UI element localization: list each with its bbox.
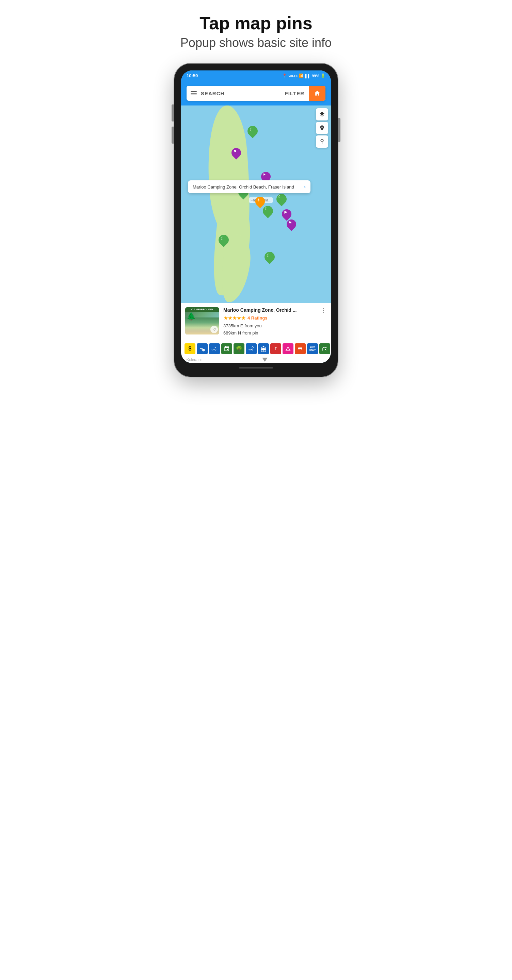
locate-button[interactable] — [316, 122, 328, 134]
ratings-count[interactable]: 4 Ratings — [247, 315, 268, 321]
phone-frame: 10:59 📍 VoLTE 📶 ▌▌ 99% 🔋 SEARCH FILT — [174, 64, 338, 377]
tree-icon: 🌲 — [187, 312, 196, 321]
nav-down-arrow — [262, 358, 268, 362]
map-controls — [316, 108, 328, 148]
map-pin-green-6[interactable]: ☾ — [265, 252, 275, 264]
search-pin-button[interactable] — [316, 135, 328, 148]
map-tooltip[interactable]: Marloo Camping Zone, Orchid Beach, Frase… — [188, 180, 311, 193]
page-subtitle: Popup shows basic site info — [180, 36, 332, 50]
site-image: CAMPGROUND 🌲 ♡ — [185, 307, 219, 334]
site-title: Marloo Camping Zone, Orchid ... — [223, 307, 318, 313]
amenities-bar: $ 🌳 — [181, 341, 331, 356]
filter-label[interactable]: FILTER — [280, 86, 309, 100]
phone-screen: 10:59 📍 VoLTE 📶 ▌▌ 99% 🔋 SEARCH FILT — [181, 70, 331, 363]
layers-button[interactable] — [316, 108, 328, 121]
map-pin-green-4[interactable]: ☾ — [276, 194, 285, 204]
tooltip-chevron-icon: › — [304, 184, 306, 190]
status-bar: 10:59 📍 VoLTE 📶 ▌▌ 99% 🔋 — [181, 70, 331, 81]
star-rating: ★★★★★ — [223, 315, 246, 321]
battery-level: 99% — [312, 74, 319, 78]
info-card: CAMPGROUND 🌲 ♡ Marloo Camping Zone, Orch… — [181, 303, 331, 341]
more-options-icon[interactable]: ⋮ — [321, 307, 327, 313]
map-pin-purple-selected[interactable]: ⚑ — [261, 172, 269, 181]
map-pin-green-1[interactable]: ☾ — [247, 126, 258, 138]
national-park-icon — [319, 343, 330, 354]
info-card-content: Marloo Camping Zone, Orchid ... ⋮ ★★★★★ … — [223, 307, 327, 337]
svg-point-0 — [321, 139, 324, 142]
phone-bottom — [181, 367, 331, 370]
map-pin-purple-1[interactable]: ⚑ — [231, 148, 241, 159]
water-activities-icon — [246, 343, 257, 354]
fee-icon: $ — [185, 343, 195, 354]
menu-icon[interactable] — [187, 87, 201, 99]
search-label[interactable]: SEARCH — [201, 91, 280, 96]
status-time: 10:59 — [187, 73, 198, 78]
hamburger-line-1 — [191, 91, 197, 92]
volume-up-button[interactable] — [172, 105, 174, 121]
volte-icon: VoLTE — [288, 74, 298, 78]
bottom-area: eKuiera.co — [181, 356, 331, 363]
hamburger-line-3 — [191, 95, 197, 95]
phone-home-bar — [239, 367, 273, 369]
battery-icon: 🔋 — [321, 73, 325, 78]
boat-icon — [258, 343, 269, 354]
campground-badge: CAMPGROUND — [185, 307, 219, 312]
wifi-icon: 📶 — [299, 73, 304, 78]
power-button[interactable] — [338, 118, 340, 142]
caravan-icon — [295, 343, 306, 354]
map-pin-purple-3[interactable]: ⚑ — [287, 220, 296, 231]
watermark: eKuiera.co — [185, 358, 203, 362]
search-bar: SEARCH FILTER — [187, 86, 325, 101]
east-distance: 3735km E from you — [223, 323, 327, 330]
map-pin-green-5[interactable]: ☾ — [219, 235, 229, 247]
volume-down-button[interactable] — [172, 127, 174, 143]
north-distance: 689km N from pin — [223, 330, 327, 337]
4wd-icon: 4WDONLY — [307, 343, 318, 354]
map-area[interactable]: Fraser Isla... ☾ ☾ ☾ ☾ ☾ ☾ ⚑ — [181, 105, 331, 303]
map-pin-orange-1[interactable]: ☀ — [255, 197, 265, 208]
home-button[interactable] — [309, 86, 325, 101]
page-title: Tap map pins — [180, 14, 332, 33]
info-card-header: Marloo Camping Zone, Orchid ... ⋮ — [223, 307, 327, 313]
shade-icon — [221, 343, 232, 354]
distance-info: 3735km E from you 689km N from pin — [223, 323, 327, 337]
signal-icon: ▌▌ — [305, 74, 311, 78]
trees-icon: 🌳 — [233, 343, 244, 354]
status-icons: 📍 VoLTE 📶 ▌▌ 99% 🔋 — [282, 73, 325, 78]
tent-icon — [282, 343, 293, 354]
swimming-icon — [209, 343, 220, 354]
location-icon: 📍 — [282, 73, 287, 78]
page-header: Tap map pins Popup shows basic site info — [180, 14, 332, 50]
no-dogs-icon — [197, 343, 208, 354]
hamburger-line-2 — [191, 93, 197, 94]
telstra-icon: T — [270, 343, 281, 354]
ratings-row: ★★★★★ 4 Ratings — [223, 315, 327, 321]
